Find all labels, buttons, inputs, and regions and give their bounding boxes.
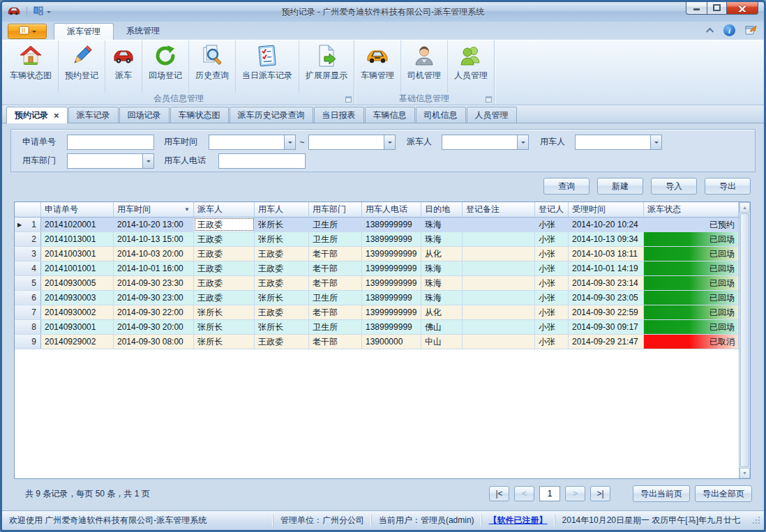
grid-cell[interactable]: 20140930002: [41, 305, 114, 319]
dialog-launcher-icon[interactable]: [345, 96, 352, 102]
ribbon-button[interactable]: 历史查询: [189, 40, 236, 93]
grid-cell[interactable]: 张所长: [194, 305, 255, 319]
grid-cell[interactable]: 老干部: [309, 335, 362, 349]
combo-arrow-icon[interactable]: [142, 153, 154, 169]
doc-tab[interactable]: 派车记录: [68, 107, 119, 123]
grid-cell[interactable]: 2014-10-01 16:00: [114, 261, 194, 275]
ribbon-button[interactable]: 扩展屏显示: [299, 40, 354, 93]
grid-cell[interactable]: [463, 261, 535, 275]
grid-cell-status[interactable]: 已回场: [644, 232, 739, 246]
close-button[interactable]: [727, 1, 758, 15]
grid-cell[interactable]: 小张: [535, 247, 569, 261]
grid-cell[interactable]: 王政委: [255, 335, 309, 349]
ribbon-button[interactable]: 车辆状态图: [3, 40, 59, 93]
ribbon-button[interactable]: 车辆管理: [354, 40, 401, 93]
grid-cell[interactable]: 小张: [535, 320, 569, 334]
ribbon-button[interactable]: 司机管理: [401, 40, 448, 93]
grid-cell[interactable]: 2014-10-03 18:11: [569, 247, 644, 261]
column-header[interactable]: 登记备注: [463, 202, 535, 217]
doc-tab[interactable]: 派车历史记录查询: [230, 107, 313, 123]
row-header[interactable]: 7: [15, 305, 41, 319]
doc-tab[interactable]: 司机信息: [416, 107, 466, 123]
grid-cell[interactable]: 王政委: [255, 305, 309, 319]
grid-cell[interactable]: 小张: [535, 335, 569, 349]
row-header[interactable]: 6: [15, 291, 41, 305]
column-header[interactable]: 受理时间: [569, 202, 644, 217]
table-row[interactable]: 2201410130012014-10-13 15:00王政委张所长卫生所138…: [15, 232, 739, 247]
ribbon-tab[interactable]: 派车管理: [54, 23, 114, 40]
row-header[interactable]: 8: [15, 320, 41, 334]
grid-cell[interactable]: 2014-10-20 13:00: [114, 218, 194, 231]
export-button[interactable]: 导出: [705, 178, 751, 195]
grid-cell[interactable]: 2014-10-01 14:19: [569, 261, 644, 275]
ribbon-button[interactable]: 回场登记: [142, 40, 189, 93]
grid-cell[interactable]: 小张: [535, 305, 569, 319]
grid-cell[interactable]: 20140930001: [41, 320, 114, 334]
grid-cell[interactable]: [463, 320, 535, 334]
grid-cell[interactable]: 佛山: [421, 320, 463, 334]
grid-cell[interactable]: 2014-10-13 15:00: [114, 232, 194, 246]
grid-cell[interactable]: 2014-10-03 20:00: [114, 247, 194, 261]
grid-cell[interactable]: 20141001001: [41, 261, 114, 275]
title-bar[interactable]: 预约记录 - 广州爱奇迪软件科技有限公司-派车管理系统: [2, 2, 764, 22]
grid-cell[interactable]: 1389999999: [362, 320, 421, 334]
resize-grip-icon[interactable]: [751, 515, 763, 526]
grid-cell-status[interactable]: 已回场: [644, 261, 739, 275]
grid-cell[interactable]: 卫生所: [309, 232, 362, 246]
collapse-ribbon-icon[interactable]: [706, 27, 714, 35]
grid-cell[interactable]: 2014-09-30 22:00: [114, 305, 194, 319]
table-row[interactable]: 4201410010012014-10-01 16:00王政委王政委老干部139…: [15, 261, 739, 276]
grid-cell[interactable]: [463, 232, 535, 246]
grid-cell[interactable]: 20141020001: [41, 218, 114, 231]
grid-cell[interactable]: 20140930003: [41, 291, 114, 305]
grid-cell[interactable]: 王政委: [194, 291, 255, 305]
grid-cell[interactable]: 珠海: [421, 276, 463, 290]
grid-cell[interactable]: 小张: [535, 232, 569, 246]
row-header[interactable]: 2: [15, 232, 41, 246]
ribbon-button[interactable]: 预约登记: [59, 40, 105, 93]
grid-cell[interactable]: 20141003001: [41, 247, 114, 261]
combo-arrow-icon[interactable]: [284, 135, 296, 150]
grid-cell[interactable]: [463, 247, 535, 261]
column-header[interactable]: 登记人: [535, 202, 569, 217]
grid-cell[interactable]: 老干部: [309, 305, 362, 319]
qat-dropdown-icon[interactable]: [46, 7, 52, 17]
doc-tab[interactable]: 人员管理: [467, 107, 517, 123]
grid-cell[interactable]: 王政委: [194, 276, 255, 290]
user-combo[interactable]: [575, 135, 662, 150]
ribbon-tab[interactable]: 系统管理: [114, 23, 172, 40]
scrollbar-thumb[interactable]: [740, 213, 749, 467]
grid-cell-status[interactable]: 已取消: [644, 335, 739, 349]
dialog-launcher-icon[interactable]: [486, 96, 492, 102]
grid-cell[interactable]: 张所长: [194, 320, 255, 334]
column-header[interactable]: 目的地: [421, 202, 463, 217]
doc-tab[interactable]: 当日报表: [314, 107, 364, 123]
table-row[interactable]: 9201409290022014-09-30 08:00张所长王政委老干部139…: [15, 335, 739, 349]
column-header[interactable]: 用车人电话: [362, 202, 421, 217]
use-time-to-combo[interactable]: [308, 135, 396, 150]
table-row[interactable]: 8201409300012014-09-30 20:00张所长张所长卫生所138…: [15, 320, 739, 335]
grid-cell[interactable]: 小张: [535, 276, 569, 290]
table-row[interactable]: 7201409300022014-09-30 22:00张所长王政委老干部139…: [15, 305, 739, 320]
close-tab-icon[interactable]: ×: [54, 112, 59, 119]
doc-tab[interactable]: 车辆信息: [365, 107, 415, 123]
help-window-icon[interactable]: [745, 24, 757, 37]
grid-cell[interactable]: 张所长: [255, 232, 309, 246]
grid-cell-status[interactable]: 已回场: [644, 276, 739, 290]
row-header[interactable]: 9: [15, 335, 41, 349]
grid-cell[interactable]: [463, 291, 535, 305]
combo-arrow-icon[interactable]: [384, 135, 396, 150]
grid-cell[interactable]: 卫生所: [309, 320, 362, 334]
grid-cell[interactable]: 珠海: [421, 232, 463, 246]
grid-cell[interactable]: 王政委: [194, 247, 255, 261]
grid-cell-status[interactable]: 已预约: [644, 218, 739, 231]
export-current-page-button[interactable]: 导出当前页: [633, 485, 690, 502]
ribbon-button[interactable]: 派车: [105, 40, 142, 93]
row-header[interactable]: 3: [15, 247, 41, 261]
table-row[interactable]: 3201410030012014-10-03 20:00王政委王政委老干部139…: [15, 247, 739, 261]
grid-cell[interactable]: 1389999999: [362, 218, 421, 231]
grid-cell[interactable]: 13999999999: [362, 276, 421, 290]
grid-cell[interactable]: 张所长: [194, 335, 255, 349]
grid-cell[interactable]: [463, 305, 535, 319]
grid-cell[interactable]: 2014-09-30 23:14: [569, 276, 644, 290]
